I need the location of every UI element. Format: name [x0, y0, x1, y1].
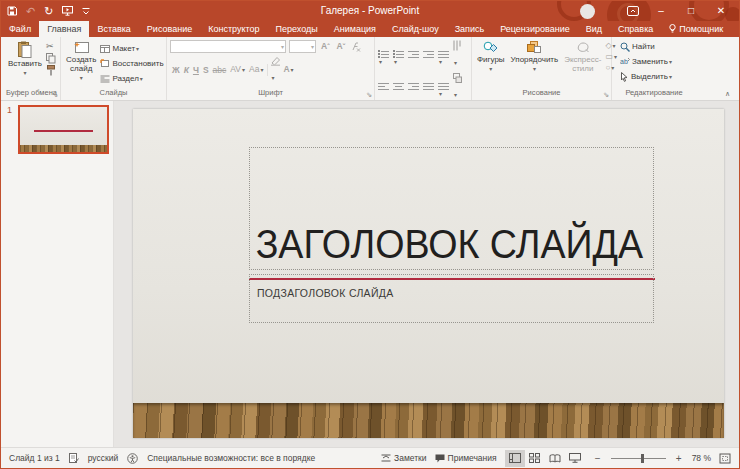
underline-button[interactable]: Ч — [191, 64, 201, 77]
slide-sorter-view-button[interactable] — [525, 450, 545, 467]
cut-icon[interactable]: ✂ — [46, 41, 56, 52]
highlight-color-icon[interactable] — [270, 56, 281, 84]
normal-view-button[interactable] — [505, 450, 525, 467]
chevron-down-icon — [23, 69, 26, 78]
decrease-indent-icon[interactable] — [408, 50, 419, 60]
group-font: A A Ж К Ч S abc AV Aa А Шрифт⇘ — [167, 37, 375, 100]
comments-button[interactable]: Примечания — [435, 453, 497, 463]
strikethrough-button[interactable]: abc — [211, 64, 229, 77]
slideshow-view-button[interactable] — [565, 450, 585, 467]
accessibility-status[interactable]: Специальные возможности: все в порядке — [147, 453, 315, 463]
text-shadow-button[interactable]: S — [201, 64, 211, 77]
decrease-font-size-button[interactable]: A — [334, 40, 346, 53]
increase-indent-icon[interactable] — [423, 50, 434, 60]
spellcheck-icon[interactable] — [69, 453, 79, 463]
font-size-input[interactable] — [289, 40, 316, 53]
dialog-launcher-icon[interactable]: ⇘ — [603, 91, 609, 98]
zoom-slider-thumb[interactable] — [641, 454, 644, 463]
tab-record[interactable]: Запись — [447, 21, 493, 37]
title-bar: ↶ ↻ Галерея - PowerPoint – □ ✕ — [1, 1, 739, 21]
slide-thumbnail[interactable] — [18, 105, 109, 154]
slide-thumbnail-panel: 1 — [1, 101, 114, 447]
zoom-level[interactable]: 78 % — [692, 453, 711, 463]
paste-button[interactable]: Вставить — [6, 40, 44, 87]
maximize-button[interactable]: □ — [683, 1, 699, 21]
quick-styles-button[interactable]: Экспресс-стили — [562, 40, 603, 87]
slide-indicator[interactable]: Слайд 1 из 1 — [9, 453, 60, 463]
minimize-button[interactable]: – — [653, 1, 669, 21]
share-button[interactable]: Поделиться — [731, 21, 740, 37]
bold-button[interactable]: Ж — [170, 64, 182, 77]
notes-button[interactable]: Заметки — [381, 453, 427, 463]
ribbon-tabs: Файл Главная Вставка Рисование Конструкт… — [1, 21, 739, 37]
find-button[interactable]: Найти — [620, 40, 693, 53]
avatar[interactable] — [580, 4, 595, 19]
tab-insert[interactable]: Вставка — [89, 21, 138, 37]
bullets-icon[interactable] — [378, 50, 389, 60]
change-case-button[interactable]: Aa — [247, 63, 265, 77]
tab-file[interactable]: Файл — [1, 21, 39, 37]
lightbulb-icon — [669, 24, 676, 34]
chevron-down-icon — [533, 65, 536, 74]
align-center-icon[interactable] — [393, 82, 404, 92]
increase-font-size-button[interactable]: A — [319, 40, 331, 53]
powerpoint-window: ↶ ↻ Галерея - PowerPoint – □ ✕ Файл Глав… — [0, 0, 740, 469]
section-button[interactable]: Раздел — [100, 72, 163, 85]
align-justify-icon[interactable] — [423, 82, 434, 92]
ribbon-display-options-icon[interactable] — [627, 6, 639, 16]
replace-button[interactable]: abЗаменить — [620, 55, 693, 68]
arrange-button[interactable]: Упорядочить — [509, 40, 561, 87]
shapes-button[interactable]: Фигуры — [475, 40, 507, 87]
accessibility-icon[interactable] — [127, 453, 138, 464]
new-slide-button[interactable]: Создать слайд — [64, 40, 98, 87]
tab-transitions[interactable]: Переходы — [268, 21, 326, 37]
slide-canvas[interactable]: ЗАГОЛОВОК СЛАЙДА ПОДЗАГОЛОВОК СЛАЙДА — [133, 109, 724, 438]
layout-button[interactable]: Макет — [100, 42, 163, 55]
dialog-launcher-icon[interactable]: ⇘ — [366, 91, 372, 98]
arrange-icon — [527, 41, 542, 54]
language-indicator[interactable]: русский — [88, 453, 119, 463]
character-spacing-button[interactable]: AV — [228, 63, 247, 77]
copy-icon[interactable] — [46, 53, 56, 64]
slide-title-text: ЗАГОЛОВОК СЛАЙДА — [250, 224, 643, 269]
format-painter-icon[interactable] — [46, 65, 56, 76]
tab-slideshow[interactable]: Слайд-шоу — [384, 21, 447, 37]
slide-number: 1 — [7, 105, 12, 115]
tab-help[interactable]: Справка — [610, 21, 661, 37]
tab-review[interactable]: Рецензирование — [492, 21, 578, 37]
assistant-button[interactable]: Помощник — [661, 21, 731, 37]
font-name-input[interactable] — [170, 40, 286, 53]
tab-draw[interactable]: Рисование — [139, 21, 200, 37]
reset-button[interactable]: Восстановить — [100, 57, 163, 70]
close-button[interactable]: ✕ — [713, 1, 729, 21]
workspace: 1 ЗАГОЛОВОК СЛАЙДА ПОДЗАГОЛОВОК СЛАЙДА — [1, 101, 739, 447]
group-clipboard: Вставить ✂ Буфер обмена⇘ — [3, 37, 61, 100]
collapse-ribbon-icon[interactable]: ∧ — [725, 90, 730, 98]
fit-slide-to-window-icon[interactable] — [719, 453, 731, 464]
align-left-icon[interactable] — [378, 82, 389, 92]
clear-formatting-icon[interactable] — [350, 42, 361, 52]
text-direction-icon[interactable] — [453, 40, 462, 69]
tab-home[interactable]: Главная — [39, 21, 89, 37]
smartart-convert-icon[interactable] — [453, 73, 462, 101]
tab-design[interactable]: Конструктор — [200, 21, 267, 37]
numbering-icon[interactable] — [393, 50, 404, 60]
columns-icon[interactable] — [438, 82, 449, 92]
align-right-icon[interactable] — [408, 82, 419, 92]
dialog-launcher-icon[interactable]: ⇘ — [52, 91, 58, 98]
chevron-down-icon — [489, 65, 492, 74]
zoom-in-button[interactable]: + — [674, 453, 684, 464]
font-color-button[interactable]: А — [281, 63, 295, 77]
reading-view-button[interactable] — [545, 450, 565, 467]
shapes-icon — [483, 41, 499, 54]
subtitle-placeholder[interactable]: ПОДЗАГОЛОВОК СЛАЙДА — [249, 274, 654, 323]
line-spacing-icon[interactable] — [438, 50, 449, 60]
zoom-slider[interactable] — [611, 454, 666, 463]
select-button[interactable]: Выделить — [620, 70, 693, 83]
italic-button[interactable]: К — [182, 64, 191, 77]
slide-floor-image — [133, 403, 724, 438]
tab-view[interactable]: Вид — [578, 21, 610, 37]
zoom-out-button[interactable]: − — [593, 453, 603, 464]
tab-animations[interactable]: Анимация — [326, 21, 384, 37]
title-placeholder[interactable]: ЗАГОЛОВОК СЛАЙДА — [249, 147, 654, 270]
